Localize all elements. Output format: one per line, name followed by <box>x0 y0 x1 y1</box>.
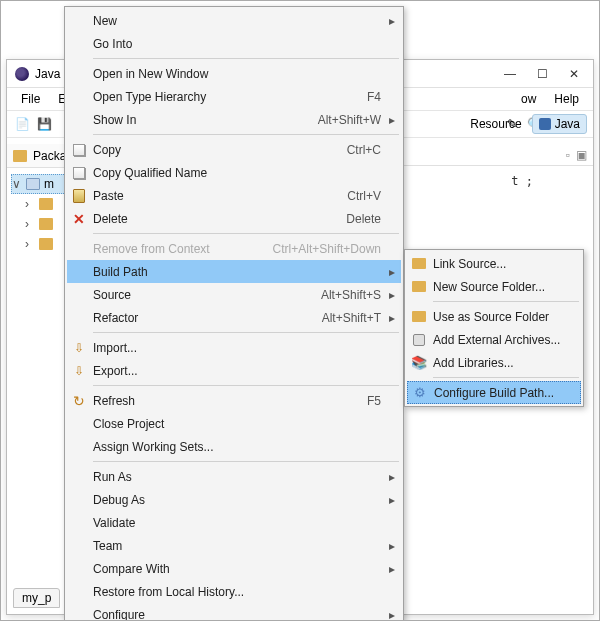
menu-item-gointo[interactable]: Go Into <box>67 32 401 55</box>
menu-item-copy[interactable]: CopyCtrl+C <box>67 138 401 161</box>
submenu-arrow-icon: ▸ <box>389 113 401 127</box>
menu-accelerator: Ctrl+Alt+Shift+Down <box>273 242 389 256</box>
perspective-switcher: Resource Java <box>466 112 587 136</box>
menu-item-label: Build Path <box>91 265 389 279</box>
minimize-button[interactable]: — <box>503 67 517 81</box>
menu-item-refactor[interactable]: RefactorAlt+Shift+T▸ <box>67 306 401 329</box>
menu-item-label: Add External Archives... <box>431 333 569 347</box>
menu-item-label: Team <box>91 539 389 553</box>
menu-item-label: Run As <box>91 470 389 484</box>
expand-icon[interactable]: › <box>25 217 35 231</box>
menu-item-label: Link Source... <box>431 257 569 271</box>
java-perspective[interactable]: Java <box>532 114 587 134</box>
footer-tab[interactable]: my_p <box>13 588 60 608</box>
menu-item-assign-ws[interactable]: Assign Working Sets... <box>67 435 401 458</box>
menu-accelerator: Delete <box>346 212 389 226</box>
menu-accelerator: Ctrl+C <box>347 143 389 157</box>
editor-maximize-icon[interactable]: ▣ <box>576 148 587 162</box>
menu-item-label: Configure <box>91 608 389 622</box>
expand-icon[interactable]: ∨ <box>12 177 22 191</box>
menu-item-add-external-archives[interactable]: Add External Archives... <box>407 328 581 351</box>
copy-icon <box>67 144 91 156</box>
menu-window-partial[interactable]: ow <box>513 90 544 108</box>
menu-item-team[interactable]: Team▸ <box>67 534 401 557</box>
menu-item-label: Debug As <box>91 493 389 507</box>
menu-item-add-libraries[interactable]: 📚Add Libraries... <box>407 351 581 374</box>
menu-item-use-as-source-folder[interactable]: Use as Source Folder <box>407 305 581 328</box>
menu-item-label: New <box>91 14 389 28</box>
menu-item-label: Open Type Hierarchy <box>91 90 367 104</box>
menu-accelerator: F4 <box>367 90 389 104</box>
expand-icon[interactable]: › <box>25 237 35 251</box>
menu-item-label: Copy Qualified Name <box>91 166 389 180</box>
menu-item-validate[interactable]: Validate <box>67 511 401 534</box>
resource-perspective[interactable]: Resource <box>466 115 525 133</box>
eclipse-icon <box>15 67 29 81</box>
menu-item-label: Refactor <box>91 311 322 325</box>
close-button[interactable]: ✕ <box>567 67 581 81</box>
menu-item-new[interactable]: New▸ <box>67 9 401 32</box>
menu-item-source[interactable]: SourceAlt+Shift+S▸ <box>67 283 401 306</box>
menu-item-copy-qn[interactable]: Copy Qualified Name <box>67 161 401 184</box>
menu-accelerator: Ctrl+V <box>347 189 389 203</box>
menu-separator <box>93 58 399 59</box>
menu-separator <box>93 134 399 135</box>
menu-item-run-as[interactable]: Run As▸ <box>67 465 401 488</box>
menu-item-configure-build-path[interactable]: ⚙Configure Build Path... <box>407 381 581 404</box>
menu-item-open-type-hierarchy[interactable]: Open Type HierarchyF4 <box>67 85 401 108</box>
folder-icon <box>39 238 53 250</box>
menu-accelerator: Alt+Shift+S <box>321 288 389 302</box>
menu-separator <box>93 233 399 234</box>
menu-item-link-source[interactable]: Link Source... <box>407 252 581 275</box>
expand-icon[interactable]: › <box>25 197 35 211</box>
menu-item-paste[interactable]: PasteCtrl+V <box>67 184 401 207</box>
menu-item-export[interactable]: ⇩Export... <box>67 359 401 382</box>
editor-minimize-icon[interactable]: ▫ <box>566 148 570 162</box>
menu-item-label: Remove from Context <box>91 242 273 256</box>
menu-item-compare-with[interactable]: Compare With▸ <box>67 557 401 580</box>
menu-file[interactable]: File <box>13 90 48 108</box>
menu-item-label: Delete <box>91 212 346 226</box>
refresh-icon: ↻ <box>67 393 91 409</box>
submenu-arrow-icon: ▸ <box>389 608 401 622</box>
folder-icon <box>407 281 431 292</box>
new-toolbar-icon[interactable]: 📄 <box>13 115 31 133</box>
context-menu: New▸Go IntoOpen in New WindowOpen Type H… <box>64 6 404 621</box>
lib-icon: 📚 <box>407 355 431 370</box>
menu-item-restore-history[interactable]: Restore from Local History... <box>67 580 401 603</box>
build-path-submenu: Link Source...New Source Folder...Use as… <box>404 249 584 407</box>
menu-item-show-in[interactable]: Show InAlt+Shift+W▸ <box>67 108 401 131</box>
menu-item-label: Source <box>91 288 321 302</box>
folder-icon <box>39 218 53 230</box>
menu-separator <box>93 332 399 333</box>
window-title: Java - <box>35 67 68 81</box>
menu-item-debug-as[interactable]: Debug As▸ <box>67 488 401 511</box>
menu-item-label: Configure Build Path... <box>432 386 568 400</box>
submenu-arrow-icon: ▸ <box>389 562 401 576</box>
menu-help[interactable]: Help <box>546 90 587 108</box>
import-icon: ⇩ <box>67 364 91 378</box>
menu-item-label: Paste <box>91 189 347 203</box>
menu-item-open-new-window[interactable]: Open in New Window <box>67 62 401 85</box>
folder-icon <box>407 258 431 269</box>
menu-separator <box>93 385 399 386</box>
menu-item-label: Copy <box>91 143 347 157</box>
maximize-button[interactable]: ☐ <box>535 67 549 81</box>
menu-item-label: Export... <box>91 364 389 378</box>
menu-item-configure[interactable]: Configure▸ <box>67 603 401 621</box>
menu-item-delete[interactable]: ✕DeleteDelete <box>67 207 401 230</box>
menu-item-remove-context: Remove from ContextCtrl+Alt+Shift+Down <box>67 237 401 260</box>
menu-item-build-path[interactable]: Build Path▸ <box>67 260 401 283</box>
menu-item-label: New Source Folder... <box>431 280 569 294</box>
submenu-arrow-icon: ▸ <box>389 311 401 325</box>
menu-item-label: Use as Source Folder <box>431 310 569 324</box>
menu-accelerator: Alt+Shift+W <box>318 113 389 127</box>
menu-item-close-project[interactable]: Close Project <box>67 412 401 435</box>
menu-item-new-source-folder[interactable]: New Source Folder... <box>407 275 581 298</box>
save-toolbar-icon[interactable]: 💾 <box>35 115 53 133</box>
menu-item-import[interactable]: ⇩Import... <box>67 336 401 359</box>
delete-icon: ✕ <box>67 212 91 226</box>
menu-item-refresh[interactable]: ↻RefreshF5 <box>67 389 401 412</box>
menu-item-label: Assign Working Sets... <box>91 440 389 454</box>
menu-item-label: Compare With <box>91 562 389 576</box>
